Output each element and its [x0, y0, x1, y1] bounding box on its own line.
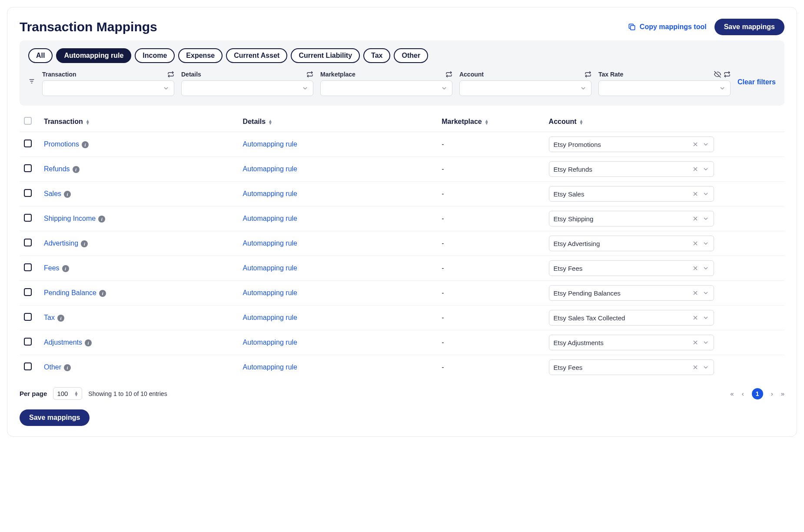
details-link[interactable]: Automapping rule [243, 339, 297, 346]
save-mappings-button-top[interactable]: Save mappings [714, 19, 784, 35]
transaction-link[interactable]: Other [44, 363, 61, 371]
info-icon[interactable]: i [57, 315, 64, 322]
column-header-account[interactable]: Account [549, 118, 577, 125]
account-select[interactable]: Etsy Shipping [549, 211, 714, 226]
clear-icon[interactable] [692, 364, 699, 371]
info-icon[interactable]: i [62, 265, 69, 272]
filter-details-dropdown[interactable] [181, 80, 313, 96]
clear-icon[interactable] [692, 190, 699, 197]
details-link[interactable]: Automapping rule [243, 190, 297, 197]
filter-transaction-dropdown[interactable] [42, 80, 174, 96]
clear-icon[interactable] [692, 141, 699, 148]
clear-icon[interactable] [692, 240, 699, 247]
filter-marketplace-dropdown[interactable] [320, 80, 452, 96]
account-select[interactable]: Etsy Fees [549, 359, 714, 375]
account-select[interactable]: Etsy Pending Balances [549, 285, 714, 301]
info-icon[interactable]: i [98, 216, 105, 223]
account-select[interactable]: Etsy Fees [549, 260, 714, 276]
swap-icon[interactable] [585, 71, 591, 78]
sort-icon[interactable]: ▲▼ [485, 120, 489, 125]
transaction-link[interactable]: Sales [44, 190, 61, 197]
account-select[interactable]: Etsy Promotions [549, 136, 714, 152]
column-header-transaction[interactable]: Transaction [44, 118, 83, 125]
eye-off-icon[interactable] [714, 71, 721, 78]
column-header-marketplace[interactable]: Marketplace [442, 118, 482, 125]
swap-icon[interactable] [445, 71, 452, 78]
transaction-link[interactable]: Shipping Income [44, 215, 96, 222]
filter-pill-other[interactable]: Other [394, 48, 428, 63]
transaction-link[interactable]: Tax [44, 314, 55, 321]
row-checkbox[interactable] [24, 239, 32, 246]
clear-icon[interactable] [692, 314, 699, 321]
transaction-link[interactable]: Fees [44, 264, 60, 272]
copy-mappings-tool-link[interactable]: Copy mappings tool [628, 23, 707, 31]
transaction-link[interactable]: Pending Balance [44, 289, 96, 296]
details-link[interactable]: Automapping rule [243, 289, 297, 296]
filter-tax-rate-dropdown[interactable] [598, 80, 731, 96]
filter-pill-automapping-rule[interactable]: Automapping rule [56, 48, 131, 63]
clear-icon[interactable] [692, 166, 699, 173]
row-checkbox[interactable] [24, 362, 32, 370]
info-icon[interactable]: i [82, 141, 89, 148]
account-select[interactable]: Etsy Sales [549, 186, 714, 202]
row-checkbox[interactable] [24, 288, 32, 296]
info-icon[interactable]: i [64, 191, 71, 198]
row-checkbox[interactable] [24, 338, 32, 346]
filter-pill-current-asset[interactable]: Current Asset [226, 48, 287, 63]
sort-icon[interactable]: ▲▼ [86, 120, 90, 125]
filter-pill-income[interactable]: Income [135, 48, 175, 63]
row-checkbox[interactable] [24, 263, 32, 271]
row-checkbox[interactable] [24, 140, 32, 147]
info-icon[interactable]: i [64, 364, 71, 371]
swap-icon[interactable] [306, 71, 313, 78]
details-link[interactable]: Automapping rule [243, 314, 297, 321]
transaction-link[interactable]: Refunds [44, 165, 70, 173]
transaction-link[interactable]: Adjustments [44, 339, 82, 346]
details-link[interactable]: Automapping rule [243, 165, 297, 173]
info-icon[interactable]: i [85, 339, 92, 346]
select-all-checkbox[interactable] [24, 117, 32, 125]
save-mappings-button-bottom[interactable]: Save mappings [20, 409, 90, 426]
info-icon[interactable]: i [99, 290, 106, 297]
account-select[interactable]: Etsy Sales Tax Collected [549, 310, 714, 326]
account-value: Etsy Refunds [554, 166, 592, 173]
row-checkbox[interactable] [24, 189, 32, 197]
row-checkbox[interactable] [24, 214, 32, 222]
swap-icon[interactable] [724, 71, 731, 78]
filter-pill-tax[interactable]: Tax [363, 48, 390, 63]
row-checkbox[interactable] [24, 313, 32, 321]
filter-account-dropdown[interactable] [459, 80, 591, 96]
details-link[interactable]: Automapping rule [243, 140, 297, 148]
filter-pill-current-liability[interactable]: Current Liability [291, 48, 360, 63]
clear-icon[interactable] [692, 339, 699, 346]
row-checkbox[interactable] [24, 164, 32, 172]
details-link[interactable]: Automapping rule [243, 239, 297, 247]
transaction-link[interactable]: Promotions [44, 140, 79, 148]
account-select[interactable]: Etsy Refunds [549, 161, 714, 177]
clear-icon[interactable] [692, 289, 699, 296]
page-last[interactable]: » [781, 390, 784, 397]
account-select[interactable]: Etsy Advertising [549, 236, 714, 251]
info-icon[interactable]: i [73, 166, 80, 173]
page-prev[interactable]: ‹ [742, 390, 744, 397]
clear-icon[interactable] [692, 265, 699, 272]
page-current[interactable]: 1 [752, 388, 763, 399]
page-first[interactable]: « [730, 390, 734, 397]
clear-filters-link[interactable]: Clear filters [738, 78, 776, 86]
details-link[interactable]: Automapping rule [243, 363, 297, 371]
per-page-select[interactable]: 100 ▲▼ [53, 387, 82, 400]
filter-pill-all[interactable]: All [28, 48, 53, 63]
page-next[interactable]: › [771, 390, 773, 397]
transaction-link[interactable]: Advertising [44, 239, 78, 247]
filter-pill-expense[interactable]: Expense [178, 48, 223, 63]
clear-icon[interactable] [692, 215, 699, 222]
swap-icon[interactable] [167, 71, 174, 78]
sort-icon[interactable]: ▲▼ [579, 120, 584, 125]
info-icon[interactable]: i [81, 240, 88, 247]
details-link[interactable]: Automapping rule [243, 215, 297, 222]
details-link[interactable]: Automapping rule [243, 264, 297, 272]
filter-icon[interactable] [28, 78, 35, 86]
account-select[interactable]: Etsy Adjustments [549, 335, 714, 350]
sort-icon[interactable]: ▲▼ [268, 120, 272, 125]
column-header-details[interactable]: Details [243, 118, 266, 125]
